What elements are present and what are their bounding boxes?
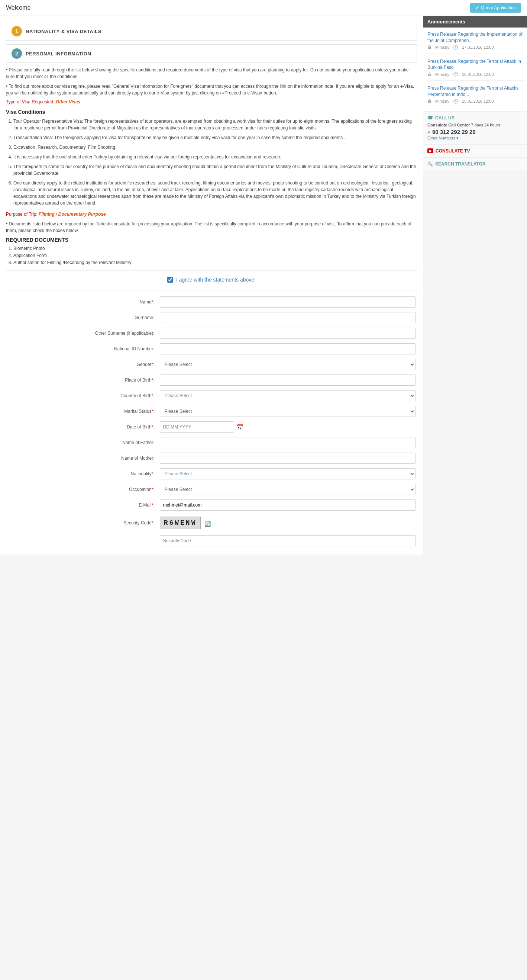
announcement-1-link[interactable]: Press Release Regarding the Implementati…: [427, 31, 522, 44]
national-id-row: National ID Number:: [6, 341, 417, 357]
consulate-tv-header[interactable]: ▶ CONSULATE TV: [427, 148, 522, 154]
announcement-3: Press Release Regarding the Terrorist At…: [427, 85, 522, 108]
agree-checkbox[interactable]: [167, 277, 173, 283]
condition-1: Tour Operator Representative Visa: The f…: [13, 118, 417, 131]
name-row: Name*:: [6, 294, 417, 310]
national-id-input[interactable]: [160, 343, 416, 355]
announcement-1-date: 17.01.2016 12:00: [462, 45, 494, 49]
step2-circle: 2: [11, 48, 22, 59]
occupation-select[interactable]: Please Select: [160, 484, 416, 495]
agree-row: I agree with the statements above.: [6, 277, 417, 283]
req-doc-3: Authorisation for Filming /Recording by …: [13, 260, 417, 265]
phone-number: + 90 312 292 29 29: [427, 129, 522, 135]
announcement-2-source-icon: 🏛: [427, 72, 432, 76]
page-title: Welcome: [6, 5, 30, 11]
consulate-tv-label: CONSULATE TV: [436, 148, 470, 154]
surname-row: Surname:: [6, 310, 417, 325]
surname-input[interactable]: [160, 312, 416, 323]
place-of-birth-input[interactable]: [160, 374, 416, 386]
search-translator-label: SEARCH TRANSLATOR: [435, 161, 486, 167]
info-para1: • Please carefully read through the list…: [6, 67, 417, 80]
name-of-father-label: Name of Father:: [6, 435, 158, 450]
name-of-mother-input[interactable]: [160, 453, 416, 464]
announcement-1: Press Release Regarding the Implementati…: [427, 31, 522, 54]
announcement-3-link[interactable]: Press Release Regarding the Terrorist At…: [427, 85, 522, 98]
step1-header: 1 NATIONALITY & VISA DETAILS: [6, 22, 417, 41]
required-docs-list: Biometric Photo Application Form Authori…: [6, 246, 417, 265]
nationality-label: Nationality*:: [6, 466, 158, 482]
occupation-row: Occupation*: Please Select: [6, 482, 417, 497]
gender-row: Gender*: Please Select Male Female: [6, 357, 417, 372]
clock-icon-3: 🕐: [453, 99, 458, 104]
email-row: E-Mail*:: [6, 497, 417, 513]
announcements-body: Press Release Regarding the Implementati…: [423, 27, 527, 111]
email-input[interactable]: [160, 500, 416, 511]
announcement-3-date: 15.01.2016 12:00: [462, 99, 494, 103]
clock-icon-1: 🕐: [453, 45, 458, 50]
phone-icon: ☎: [427, 115, 433, 121]
place-of-birth-label: Place of Birth*:: [6, 372, 158, 388]
required-docs-title: REQUIRED DOCUMENTS: [6, 237, 417, 243]
query-button-label: Query Application: [481, 5, 516, 10]
calendar-icon[interactable]: 📅: [236, 423, 243, 431]
purpose-label: Purpose of Trip:: [6, 212, 38, 217]
visa-type-value: Other Visas: [56, 99, 80, 105]
announcement-3-source: Ministry: [435, 99, 449, 103]
name-of-father-row: Name of Father:: [6, 435, 417, 450]
announcement-2-link[interactable]: Press Release Regarding the Terrorist At…: [427, 58, 522, 71]
consulate-tv-section: ▶ CONSULATE TV: [423, 145, 527, 158]
other-numbers-label[interactable]: Other Numbers: [427, 136, 455, 140]
req-doc-1: Biometric Photo: [13, 246, 417, 251]
conditions-list: Tour Operator Representative Visa: The f…: [6, 118, 417, 207]
left-panel: 1 NATIONALITY & VISA DETAILS 2 PERSONAL …: [0, 16, 423, 555]
condition-3: Excavation, Research, Documentary, Film …: [13, 144, 417, 151]
security-code-label: Security Code*:: [6, 513, 158, 533]
visa-type-label: Type of Visa Requested:: [6, 99, 55, 105]
right-panel: Announcements Press Release Regarding th…: [423, 16, 527, 555]
condition-2: Transportation Visa: The foreigners appl…: [13, 134, 417, 141]
nationality-select[interactable]: Please Select: [160, 468, 416, 479]
gender-select[interactable]: Please Select Male Female: [160, 359, 416, 370]
name-label: Name*:: [6, 294, 158, 310]
other-surname-row: Other Surname (if applicable):: [6, 325, 417, 341]
security-code-input[interactable]: [160, 535, 416, 546]
callus-header: ☎ CALL US: [427, 115, 522, 121]
required-docs-section: REQUIRED DOCUMENTS Biometric Photo Appli…: [6, 237, 417, 265]
captcha-wrap: R6WENW 🔄: [160, 517, 416, 529]
date-of-birth-input[interactable]: [160, 422, 234, 433]
clock-icon-2: 🕐: [453, 72, 458, 76]
announcement-2-source: Ministry: [435, 72, 449, 76]
step1-circle: 1: [11, 26, 22, 37]
info-para2: • To find out more about our visa regime…: [6, 83, 417, 96]
condition-5: The foreigners to come to our country fo…: [13, 163, 417, 177]
chevron-down-icon: ▾: [456, 136, 459, 141]
purpose-line: Purpose of Trip: Filming / Documentary P…: [6, 212, 417, 217]
agree-label[interactable]: I agree with the statements above.: [176, 277, 256, 283]
surname-label: Surname:: [6, 310, 158, 325]
callus-section: ☎ CALL US Consulate Call Center 7 days 2…: [423, 111, 527, 145]
country-of-birth-label: Country of Birth*:: [6, 388, 158, 404]
announcements-header: Announcements: [423, 16, 527, 27]
call-hours: 7 days 24 hours: [471, 123, 500, 127]
top-bar: Welcome ✔ Query Application: [0, 0, 527, 16]
other-surname-input[interactable]: [160, 328, 416, 339]
captcha-refresh-icon[interactable]: 🔄: [205, 521, 211, 527]
announcement-1-source-icon: 🏛: [427, 45, 432, 49]
purpose-value-text: Filming / Documentary Purpose: [39, 212, 106, 217]
announcement-2: Press Release Regarding the Terrorist At…: [427, 58, 522, 81]
checkmark-icon: ✔: [475, 5, 479, 10]
marital-status-select[interactable]: Please Select Single Married Divorced Wi…: [160, 406, 416, 417]
query-application-button[interactable]: ✔ Query Application: [470, 3, 521, 13]
name-of-mother-label: Name of Mother:: [6, 450, 158, 466]
country-of-birth-select[interactable]: Please Select: [160, 390, 416, 401]
place-of-birth-row: Place of Birth*:: [6, 372, 417, 388]
search-translator-header[interactable]: 🔍 SEARCH TRANSLATOR: [427, 161, 522, 167]
other-surname-label: Other Surname (if applicable):: [6, 325, 158, 341]
national-id-label: National ID Number:: [6, 341, 158, 357]
step1-title: NATIONALITY & VISA DETAILS: [25, 29, 102, 34]
name-of-father-input[interactable]: [160, 437, 416, 448]
req-doc-2: Application Form: [13, 253, 417, 258]
other-numbers-link[interactable]: Other Numbers ▾: [427, 136, 522, 141]
gender-label: Gender*:: [6, 357, 158, 372]
name-input[interactable]: [160, 296, 416, 307]
